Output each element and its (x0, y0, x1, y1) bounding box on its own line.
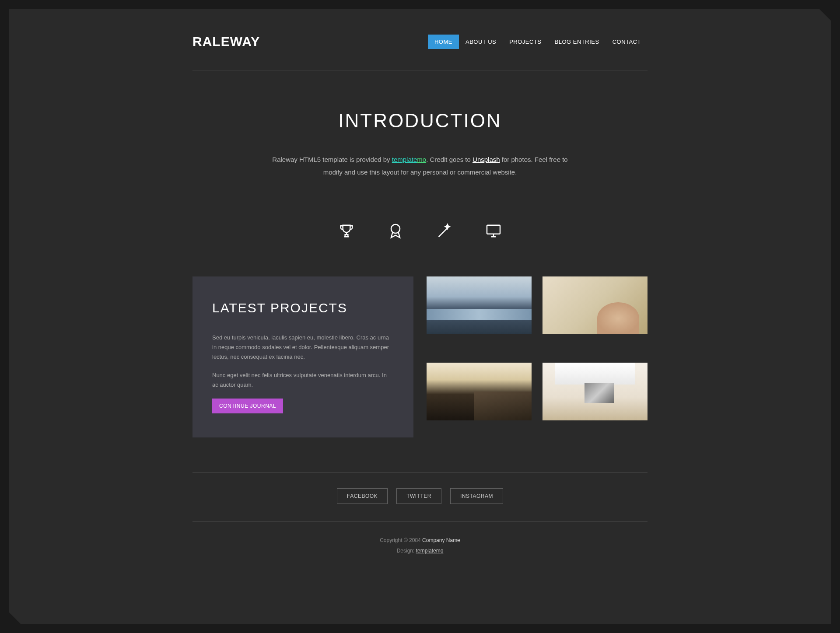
intro-section: INTRODUCTION Raleway HTML5 template is p… (192, 84, 648, 200)
icon-row (192, 200, 648, 276)
copyright: Copyright © 2084 Company Name Design: te… (192, 535, 648, 556)
badge-icon[interactable] (387, 222, 404, 241)
trophy-icon[interactable] (338, 222, 355, 241)
instagram-button[interactable]: INSTAGRAM (450, 488, 503, 504)
templatemo-link-a[interactable]: template (392, 156, 417, 163)
design-prefix: Design: (397, 548, 416, 554)
projects-card: LATEST PROJECTS Sed eu turpis vehicula, … (192, 276, 413, 437)
continue-journal-button[interactable]: CONTINUE JOURNAL (212, 399, 283, 413)
templatemo-link-b[interactable]: mo (417, 156, 426, 163)
gallery-item-3[interactable] (427, 363, 532, 420)
nav-contact[interactable]: CONTACT (606, 35, 648, 49)
facebook-button[interactable]: FACEBOOK (337, 488, 388, 504)
footer: FACEBOOK TWITTER INSTAGRAM Copyright © 2… (192, 472, 648, 571)
nav-about[interactable]: ABOUT US (459, 35, 503, 49)
projects-title: LATEST PROJECTS (212, 301, 394, 315)
intro-credit-prefix: . Credit goes to (426, 156, 472, 163)
svg-rect-1 (487, 225, 500, 234)
copy-prefix: Copyright © 2084 (380, 537, 422, 543)
main-nav: HOME ABOUT US PROJECTS BLOG ENTRIES CONT… (428, 35, 648, 49)
intro-title: INTRODUCTION (192, 110, 648, 132)
gallery (427, 276, 648, 437)
twitter-button[interactable]: TWITTER (396, 488, 441, 504)
nav-home[interactable]: HOME (428, 35, 459, 49)
logo[interactable]: RALEWAY (192, 34, 260, 49)
intro-text: Raleway HTML5 template is provided by te… (271, 154, 569, 178)
gallery-item-4[interactable] (542, 363, 648, 420)
nav-projects[interactable]: PROJECTS (503, 35, 548, 49)
header: RALEWAY HOME ABOUT US PROJECTS BLOG ENTR… (192, 9, 648, 84)
gallery-item-2[interactable] (542, 276, 648, 334)
nav-blog[interactable]: BLOG ENTRIES (548, 35, 606, 49)
svg-point-0 (391, 224, 400, 233)
projects-para-2: Nunc eget velit nec felis ultrices vulpu… (212, 371, 394, 390)
company-name: Company Name (422, 537, 460, 543)
monitor-icon[interactable] (485, 222, 502, 241)
intro-text-prefix: Raleway HTML5 template is provided by (272, 156, 392, 163)
social-links: FACEBOOK TWITTER INSTAGRAM (192, 488, 648, 522)
wand-icon[interactable] (436, 222, 453, 241)
design-link[interactable]: templatemo (416, 548, 444, 554)
projects-para-1: Sed eu turpis vehicula, iaculis sapien e… (212, 333, 394, 362)
projects-section: LATEST PROJECTS Sed eu turpis vehicula, … (192, 276, 648, 472)
unsplash-link[interactable]: Unsplash (472, 156, 500, 163)
gallery-item-1[interactable] (427, 276, 532, 334)
